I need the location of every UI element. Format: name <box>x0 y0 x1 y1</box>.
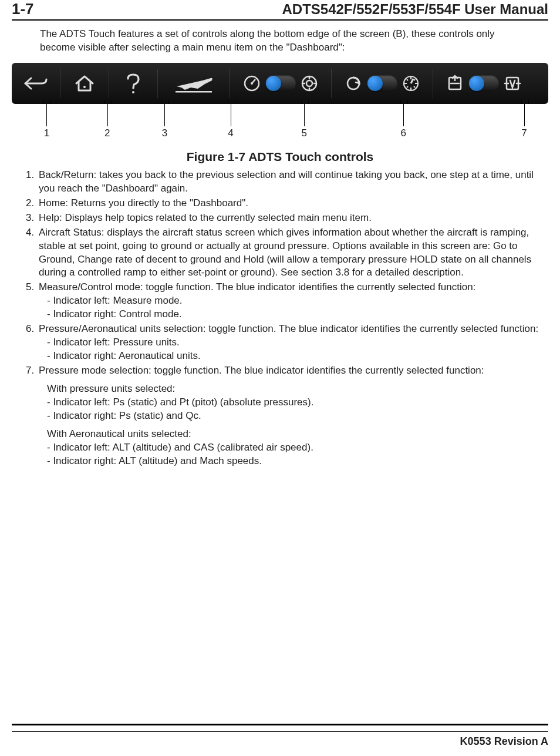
item-text: Pressure mode selection: toggle function… <box>39 364 540 378</box>
item-text: Pressure/Aeronautical units selection: t… <box>39 322 540 336</box>
toggle-knob <box>469 76 484 91</box>
item-number: 5. <box>26 281 39 321</box>
item-number: 1. <box>26 169 39 196</box>
callout-number: 5 <box>301 127 306 139</box>
aircraft-status-icon <box>173 73 214 93</box>
document-title: ADTS542F/552F/553F/554F User Manual <box>282 1 548 18</box>
item-sub: - Indicator right: Ps (static) and Qc. <box>39 409 540 423</box>
item-text: Aircraft Status: displays the aircraft s… <box>39 226 540 280</box>
description-item: 2.Home: Returns you directly to the "Das… <box>26 197 540 210</box>
callout-number: 2 <box>104 127 110 139</box>
toolbar-divider <box>60 69 60 98</box>
description-item: 5.Measure/Control mode: toggle function.… <box>26 281 540 321</box>
description-item: 3.Help: Displays help topics related to … <box>26 211 540 225</box>
item-sub: - Indicator right: Control mode. <box>39 308 540 321</box>
home-button[interactable] <box>64 67 105 100</box>
item-body: Pressure/Aeronautical units selection: t… <box>39 322 540 363</box>
item-body: Home: Returns you directly to the "Dashb… <box>39 197 540 210</box>
svg-rect-2 <box>176 91 212 93</box>
item-sub: - Indicator left: Pressure units. <box>39 336 540 350</box>
gauge-icon <box>243 75 261 92</box>
item-sub-heading: With pressure units selected: <box>39 382 540 396</box>
callout-line <box>231 104 231 126</box>
description-item: 6.Pressure/Aeronautical units selection:… <box>26 322 540 363</box>
description-item: 7.Pressure mode selection: toggle functi… <box>26 364 540 468</box>
item-sub: - Indicator left: Measure mode. <box>39 294 540 308</box>
controls-description-list: 1.Back/Return: takes you back to the pre… <box>12 169 548 469</box>
item-body: Pressure mode selection: toggle function… <box>39 364 540 468</box>
toolbar-divider <box>230 69 230 98</box>
item-number: 2. <box>26 197 39 210</box>
item-number: 6. <box>26 322 39 363</box>
aircraft-status-button[interactable] <box>161 67 226 100</box>
svg-point-1 <box>132 91 134 93</box>
callout-line <box>403 104 404 126</box>
page-header: 1-7 ADTS542F/552F/553F/554F User Manual <box>12 0 548 21</box>
item-text: Measure/Control mode: toggle function. T… <box>39 281 540 294</box>
back-button[interactable] <box>15 67 56 100</box>
toggle-pill <box>367 75 397 92</box>
item-number: 3. <box>26 211 39 225</box>
measure-control-toggle[interactable] <box>234 67 328 100</box>
svg-point-6 <box>306 80 312 86</box>
callout-line <box>524 104 525 126</box>
item-sub: - Indicator right: Aeronautical units. <box>39 350 540 363</box>
item-sub: - Indicator left: ALT (altitude) and CAS… <box>39 441 540 455</box>
figure-callouts: 1234567 <box>12 104 548 145</box>
item-body: Help: Displays help topics related to th… <box>39 211 540 225</box>
toggle-pill <box>265 75 296 92</box>
toolbar-divider <box>109 69 109 98</box>
figure-caption: Figure 1-7 ADTS Touch controls <box>12 150 548 164</box>
item-body: Aircraft Status: displays the aircraft s… <box>39 226 540 280</box>
callout-line <box>107 104 108 126</box>
units-toggle[interactable] <box>335 67 429 100</box>
toolbar-divider <box>157 69 158 98</box>
pressure-mode-toggle[interactable] <box>437 67 531 100</box>
ps-pt-icon <box>446 75 464 92</box>
item-sub: - Indicator left: Ps (static) and Pt (pi… <box>39 396 540 409</box>
callout-line <box>46 104 47 126</box>
help-button[interactable] <box>113 67 154 100</box>
callout-number: 6 <box>400 127 406 139</box>
item-text: Back/Return: takes you back to the previ… <box>39 169 540 196</box>
toggle-knob <box>266 76 281 91</box>
circle-arrow-icon <box>345 75 362 92</box>
controller-icon <box>301 75 318 92</box>
item-body: Measure/Control mode: toggle function. T… <box>39 281 540 321</box>
svg-point-0 <box>83 86 86 88</box>
callout-number: 1 <box>44 127 49 139</box>
description-item: 1.Back/Return: takes you back to the pre… <box>26 169 540 196</box>
item-sub: - Indicator right: ALT (altitude) and Ma… <box>39 455 540 468</box>
revision-id: K0553 Revision A <box>460 735 548 747</box>
item-text: Help: Displays help topics related to th… <box>39 211 540 225</box>
figure-toolbar: 1234567 <box>12 63 548 149</box>
callout-number: 3 <box>162 127 167 139</box>
description-item: 4.Aircraft Status: displays the aircraft… <box>26 226 540 280</box>
help-icon <box>123 73 143 94</box>
item-sub-heading: With Aeronautical units selected: <box>39 428 540 441</box>
item-body: Back/Return: takes you back to the previ… <box>39 169 540 196</box>
item-number: 7. <box>26 364 39 468</box>
home-icon <box>73 74 96 93</box>
svg-point-4 <box>251 82 253 85</box>
toolbar-divider <box>331 69 332 98</box>
toggle-knob <box>367 76 383 91</box>
alt-cas-icon <box>504 75 521 92</box>
toolbar-divider <box>433 69 433 98</box>
intro-paragraph: The ADTS Touch features a set of control… <box>12 24 548 63</box>
callout-number: 7 <box>521 127 527 139</box>
callout-line <box>304 104 305 126</box>
adts-touch-toolbar <box>12 63 548 104</box>
back-icon <box>23 75 49 92</box>
item-number: 4. <box>26 226 39 280</box>
aero-gauge-icon <box>402 75 420 92</box>
item-text: Home: Returns you directly to the "Dashb… <box>39 197 540 210</box>
toggle-pill <box>468 75 499 92</box>
callout-line <box>164 104 165 126</box>
callout-number: 4 <box>228 127 233 139</box>
page-footer: K0553 Revision A <box>12 724 548 756</box>
page-number: 1-7 <box>12 0 34 18</box>
